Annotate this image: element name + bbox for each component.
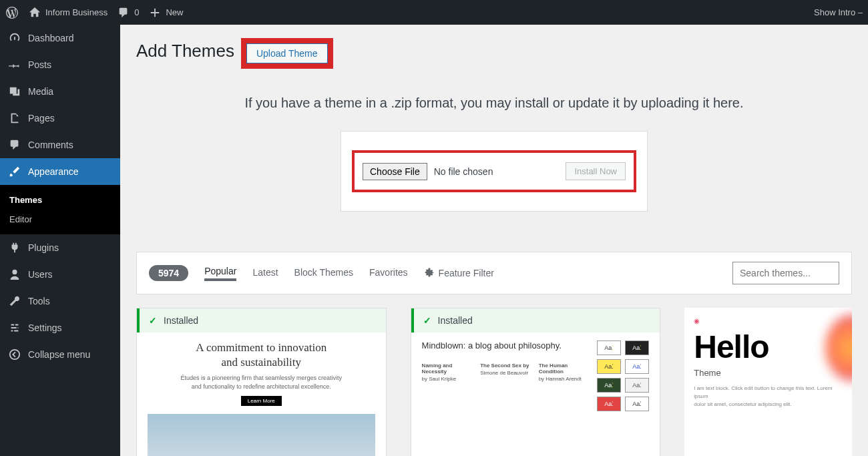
installed-badge: ✓ Installed [137, 308, 386, 332]
check-icon: ✓ [149, 315, 157, 326]
tab-favorites[interactable]: Favorites [369, 267, 408, 280]
site-name-text: Inform Business [45, 7, 107, 17]
wrench-icon [8, 294, 21, 308]
sidebar-item-comments[interactable]: Comments [0, 132, 120, 158]
sidebar-item-collapse[interactable]: Collapse menu [0, 341, 120, 368]
dashboard-icon [8, 31, 21, 45]
admin-sidebar: Dashboard Posts Media Pages Comments App… [0, 25, 120, 456]
page-icon [8, 111, 21, 125]
feature-filter-button[interactable]: Feature Filter [424, 267, 494, 280]
no-file-text: No file chosen [434, 166, 560, 177]
sidebar-item-settings[interactable]: Settings [0, 314, 120, 341]
sidebar-item-users[interactable]: Users [0, 261, 120, 288]
elementor-icon: ◉ [694, 317, 843, 324]
comments-count: 0 [134, 7, 139, 17]
sidebar-item-pages[interactable]: Pages [0, 105, 120, 132]
admin-top-bar: Inform Business 0 New Show Intro – [0, 0, 868, 25]
user-icon [8, 268, 21, 281]
theme-card[interactable]: ◉ Hello Theme I am text block. Click edi… [684, 308, 852, 456]
new-link[interactable]: New [148, 6, 183, 19]
style-swatches: Aa ⁚Aa ⁚ Aa ⁚Aa ⁚ Aa ⁚Aa ⁚ Aa ⁚Aa ⁚ [597, 340, 649, 411]
page-header: Add Themes Upload Theme [136, 38, 852, 69]
upload-help-text: If you have a theme in a .zip format, yo… [136, 95, 852, 111]
plus-icon [148, 6, 162, 19]
collapse-icon [8, 348, 21, 361]
upload-form-highlight: Choose File No file chosen Install Now [352, 150, 636, 192]
brush-icon [8, 165, 21, 178]
settings-icon [8, 321, 21, 334]
sidebar-item-label: Comments [28, 140, 73, 150]
sidebar-item-label: Posts [28, 59, 51, 70]
tab-popular[interactable]: Popular [204, 266, 236, 281]
upload-panel: Choose File No file chosen Install Now [341, 131, 648, 212]
sidebar-item-tools[interactable]: Tools [0, 288, 120, 314]
themes-grid: ✓ Installed A commitment to innovation a… [136, 308, 852, 456]
sidebar-item-label: Users [28, 269, 53, 280]
sidebar-item-label: Plugins [28, 242, 59, 253]
tab-block-themes[interactable]: Block Themes [294, 267, 353, 280]
theme-count-badge: 5974 [149, 265, 188, 281]
upload-theme-highlight: Upload Theme [241, 38, 333, 69]
theme-preview: A commitment to innovation and sustainab… [137, 332, 386, 456]
sidebar-item-label: Collapse menu [28, 349, 90, 360]
home-icon [28, 6, 41, 19]
page-title: Add Themes [136, 41, 234, 61]
sidebar-item-posts[interactable]: Posts [0, 51, 120, 78]
sidebar-item-label: Media [28, 86, 53, 97]
search-themes-input[interactable] [732, 262, 839, 284]
feature-filter-label: Feature Filter [439, 268, 494, 278]
tab-latest[interactable]: Latest [252, 267, 278, 280]
preview-image [148, 414, 375, 456]
sidebar-item-plugins[interactable]: Plugins [0, 234, 120, 261]
comments-link[interactable]: 0 [117, 6, 139, 19]
sidebar-item-label: Tools [28, 296, 50, 306]
gear-icon [424, 267, 435, 280]
plug-icon [8, 241, 21, 254]
installed-badge: ✓ Installed [411, 308, 660, 332]
theme-filter-bar: 5974 Popular Latest Block Themes Favorit… [136, 252, 852, 294]
new-label: New [166, 7, 183, 17]
show-intro-link[interactable]: Show Intro – [814, 7, 863, 17]
comment-icon [8, 138, 21, 152]
sidebar-item-label: Appearance [28, 166, 79, 177]
wordpress-icon [5, 6, 19, 19]
sidebar-item-appearance[interactable]: Appearance [0, 158, 120, 185]
media-icon [8, 85, 21, 98]
comment-icon [117, 6, 130, 19]
svg-point-0 [10, 350, 19, 359]
sidebar-item-dashboard[interactable]: Dashboard [0, 25, 120, 51]
submenu-editor[interactable]: Editor [0, 210, 120, 229]
install-now-button[interactable]: Install Now [566, 162, 626, 180]
site-name-link[interactable]: Inform Business [28, 6, 107, 19]
theme-preview: Mindblown: a blog about philosophy. Nami… [411, 332, 660, 419]
upload-theme-button[interactable]: Upload Theme [246, 43, 328, 63]
theme-card[interactable]: ✓ Installed A commitment to innovation a… [136, 308, 387, 456]
wp-logo[interactable] [5, 6, 19, 19]
sidebar-item-label: Settings [28, 322, 62, 333]
sidebar-item-media[interactable]: Media [0, 78, 120, 105]
submenu-themes[interactable]: Themes [0, 190, 120, 210]
choose-file-button[interactable]: Choose File [363, 163, 427, 180]
check-icon: ✓ [423, 315, 431, 326]
main-content: Add Themes Upload Theme If you have a th… [120, 25, 868, 456]
sidebar-item-label: Dashboard [28, 33, 74, 43]
appearance-submenu: Themes Editor [0, 185, 120, 234]
pin-icon [8, 58, 21, 71]
theme-card[interactable]: ✓ Installed Mindblown: a blog about phil… [411, 308, 661, 456]
sidebar-item-label: Pages [28, 113, 55, 124]
